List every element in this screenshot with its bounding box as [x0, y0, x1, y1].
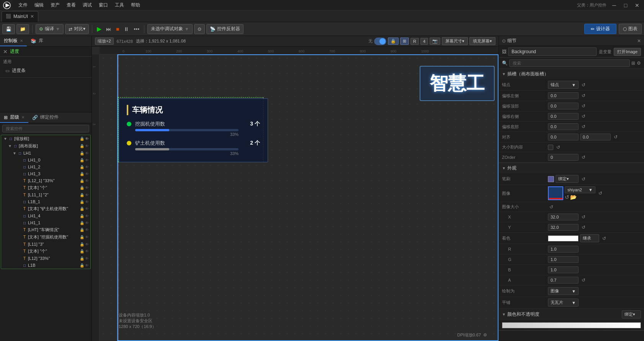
b-input[interactable]	[548, 266, 579, 273]
stop-button[interactable]: ■	[114, 26, 121, 32]
eye-icon[interactable]: 👁	[85, 137, 89, 141]
tab-close-icon[interactable]: ✕	[30, 14, 34, 19]
close-icon[interactable]: ✕	[3, 49, 8, 55]
g-input[interactable]	[548, 256, 579, 263]
alignment-reset-icon[interactable]: ↺	[612, 134, 619, 140]
image-name-dropdown[interactable]: shiyan2 ▼	[565, 186, 595, 193]
eye-icon[interactable]: 👁	[85, 172, 89, 176]
offset-left-reset-icon[interactable]: ↺	[580, 93, 587, 98]
lock-icon[interactable]: 🔒	[80, 137, 84, 141]
lock-icon[interactable]: 🔒	[80, 151, 84, 155]
tree-item-l12-1[interactable]: T [L12_1] "33%" 🔒 👁	[1, 177, 90, 184]
lock-icon[interactable]: 🔒	[80, 144, 84, 148]
screen-size-dropdown[interactable]: 屏幕尺寸▾	[442, 37, 468, 45]
image-size-reset-icon[interactable]: ↺	[548, 204, 555, 210]
tree-item-l1b[interactable]: □ L1B 🔒 👁	[1, 262, 90, 269]
eye-icon[interactable]: 👁	[85, 193, 89, 197]
tree-item-lh1[interactable]: ▼ □ LH1 🔒 👁	[1, 150, 90, 157]
hierarchy-search-input[interactable]	[2, 125, 89, 132]
y-reset-icon[interactable]: ↺	[580, 225, 587, 230]
settings-icon[interactable]: ⚙	[637, 60, 641, 66]
lock-icon[interactable]: 🔒	[80, 242, 84, 246]
tab-bind-widget[interactable]: 🔗 绑定控件	[28, 113, 62, 123]
menu-file[interactable]: 文件	[15, 1, 31, 9]
anchor-reset-icon[interactable]: ↺	[580, 82, 587, 88]
canvas-viewport[interactable]: 0 100 200 300 400 500 600 700 800 900 10…	[92, 47, 499, 341]
lock-icon[interactable]: 🔒	[80, 263, 84, 268]
menu-asset[interactable]: 资产	[47, 1, 63, 9]
color-opacity-header[interactable]: ▼ 颜色和不透明度 绑定▾	[499, 308, 644, 320]
menu-edit[interactable]: 编辑	[31, 1, 47, 9]
tree-item-lh1-2[interactable]: □ LH1_2 🔒 👁	[1, 163, 90, 170]
lock-icon[interactable]: 🔒	[80, 165, 84, 169]
layers-close-icon[interactable]: ✕	[21, 115, 25, 119]
zorder-input[interactable]	[548, 154, 579, 161]
tree-item-lh1-1[interactable]: □ LH1_1 🔒 👁	[1, 219, 90, 226]
browse-image-icon[interactable]: 📂	[570, 194, 577, 200]
tint-bind-dropdown[interactable]: 继承	[580, 234, 599, 242]
tree-item-lht[interactable]: T [LHT] "车辆情况" 🔒 👁	[1, 226, 90, 233]
size-content-checkbox[interactable]	[548, 145, 553, 150]
eye-icon[interactable]: 👁	[85, 158, 89, 162]
lock-icon[interactable]: 🔒	[80, 158, 84, 162]
lock-mode-btn[interactable]: 🔒	[388, 38, 399, 45]
image-size-y-input[interactable]	[548, 224, 579, 231]
color-opacity-swatch[interactable]	[502, 322, 641, 328]
eye-icon[interactable]: 👁	[85, 263, 89, 268]
eye-icon[interactable]: 👁	[85, 179, 89, 183]
tab-layers[interactable]: ⊞ 层级 ✕	[0, 113, 28, 123]
tree-item-l11-1[interactable]: T [L11_1] "2" 🔒 👁	[1, 191, 90, 198]
eye-icon[interactable]: 👁	[85, 144, 89, 148]
eye-icon[interactable]: 👁	[85, 256, 89, 261]
lock-icon[interactable]: 🔒	[80, 221, 84, 225]
tab-mainui[interactable]: ⬛ MainUI ✕	[2, 11, 38, 22]
tree-item-lh1-0[interactable]: □ LH1_0 🔒 👁	[1, 157, 90, 163]
offset-right-reset-icon[interactable]: ↺	[580, 114, 587, 119]
debug-target-dropdown[interactable]: 未选中调试对象 ▼	[147, 24, 193, 34]
refresh-icon[interactable]: ↺	[565, 194, 569, 200]
tree-item-text-excavator[interactable]: T [文本] "挖掘机使用数" 🔒 👁	[1, 233, 90, 241]
lock-icon[interactable]: 🔒	[80, 186, 84, 190]
alignment-x-input[interactable]	[548, 134, 579, 140]
eye-icon[interactable]: 👁	[85, 151, 89, 155]
save-button[interactable]: 💾	[2, 24, 15, 34]
offset-bottom-input[interactable]	[548, 123, 579, 130]
color-opacity-bind-dropdown[interactable]: 绑定▾	[622, 310, 641, 318]
lock-icon[interactable]: 🔒	[80, 179, 84, 183]
menu-window[interactable]: 窗口	[96, 1, 111, 9]
close-button[interactable]: ✕	[632, 0, 642, 11]
menu-tools[interactable]: 工具	[112, 1, 127, 9]
step-button[interactable]: ⏭	[105, 26, 113, 32]
lock-icon[interactable]: 🔒	[80, 214, 84, 218]
offset-top-input[interactable]	[548, 103, 579, 109]
menu-debug[interactable]: 调试	[80, 1, 95, 9]
camera-btn[interactable]: 📷	[430, 38, 440, 45]
brush-bind-dropdown[interactable]: 绑定▾	[556, 175, 579, 183]
tiling-dropdown[interactable]: 无瓦片 ▼	[548, 299, 579, 307]
tint-color-swatch[interactable]	[548, 235, 579, 241]
grid-btn[interactable]: ⊞	[400, 38, 409, 45]
dpi-settings-icon[interactable]: ⚙	[483, 333, 487, 338]
r-input[interactable]	[548, 246, 579, 253]
tree-item-text-ge2[interactable]: T [文本] "个" 🔒 👁	[1, 248, 90, 255]
eye-icon[interactable]: 👁	[85, 249, 89, 253]
compile-button[interactable]: ⚙ 编译 ▼	[36, 24, 64, 34]
lock-icon[interactable]: 🔒	[80, 235, 84, 239]
image-reset-icon[interactable]: ↺	[597, 191, 604, 196]
menu-view[interactable]: 查看	[64, 1, 79, 9]
tree-item-l11[interactable]: T [L11] "3" 🔒 👁	[1, 241, 90, 248]
alignment-y-input[interactable]	[580, 134, 611, 140]
grid-size-btn[interactable]: 4	[420, 38, 428, 45]
appearance-section-header[interactable]: ▼ 外观	[499, 163, 644, 173]
name-input[interactable]	[508, 47, 597, 56]
tree-item-scale-box[interactable]: ▼ □ [缩放框] 🔒 👁	[1, 135, 90, 142]
anchor-dropdown[interactable]: 锚点 ▼	[548, 81, 579, 89]
image-size-x-input[interactable]	[548, 214, 579, 220]
reflect-button[interactable]: 📡 控件反射器	[206, 24, 244, 34]
lock-icon[interactable]: 🔒	[80, 172, 84, 176]
menu-help[interactable]: 帮助	[128, 1, 143, 9]
fill-screen-dropdown[interactable]: 填充屏幕▾	[469, 37, 495, 45]
maximize-button[interactable]: □	[620, 0, 631, 11]
tree-item-text-ge1[interactable]: T [文本] "个" 🔒 👁	[1, 184, 90, 191]
x-reset-icon[interactable]: ↺	[580, 214, 587, 220]
